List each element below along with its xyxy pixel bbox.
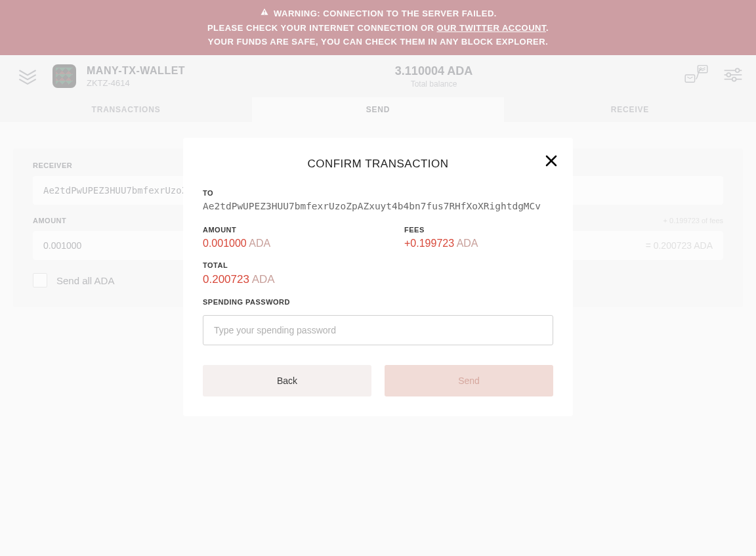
to-address: Ae2tdPwUPEZ3HUU7bmfexrUzoZpAZxuyt4b4bn7f… [203,201,553,211]
to-label: TO [203,189,553,197]
confirm-transaction-modal: CONFIRM TRANSACTION TO Ae2tdPwUPEZ3HUU7b… [183,138,573,416]
modal-amount-value: 0.001000 ADA [203,238,352,249]
close-icon[interactable] [545,155,557,169]
modal-amount-label: AMOUNT [203,226,352,234]
modal-title: CONFIRM TRANSACTION [203,158,553,171]
password-label: SPENDING PASSWORD [203,298,553,306]
modal-fees-label: FEES [404,226,553,234]
modal-total-value: 0.200723 ADA [203,273,553,286]
back-button[interactable]: Back [203,365,371,396]
modal-fees-value: +0.199723 ADA [404,238,553,249]
modal-overlay: CONFIRM TRANSACTION TO Ae2tdPwUPEZ3HUU7b… [0,0,756,556]
spending-password-input[interactable] [203,315,553,345]
modal-total-label: TOTAL [203,261,553,269]
send-button[interactable]: Send [385,365,553,396]
